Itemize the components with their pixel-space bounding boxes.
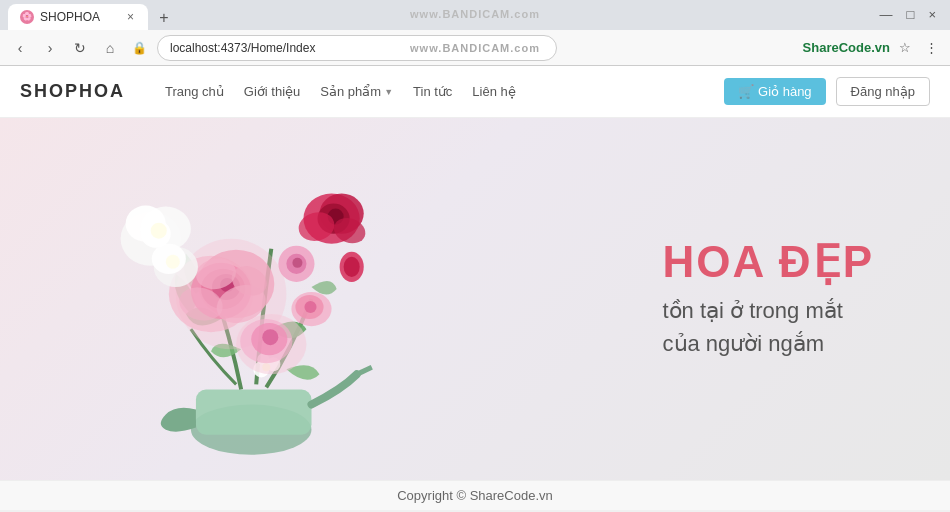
url-input[interactable] (157, 35, 557, 61)
active-tab[interactable]: 🌸 SHOPHOA × (8, 4, 148, 30)
tab-close-btn[interactable]: × (125, 10, 136, 24)
login-button[interactable]: Đăng nhập (836, 77, 930, 106)
nav-links: Trang chủ Giới thiệu Sản phẩm ▼ Tin tức … (165, 84, 724, 99)
svg-point-30 (292, 258, 302, 268)
lock-icon: 🔒 (128, 41, 151, 55)
close-btn[interactable]: × (922, 6, 942, 23)
hero-sub-text: tồn tại ở trong mắt của người ngắm (663, 294, 875, 360)
sharecode-label: ShareCode.vn (803, 40, 890, 55)
back-btn[interactable]: ‹ (8, 36, 32, 60)
svg-point-43 (262, 329, 278, 345)
svg-point-27 (166, 255, 180, 269)
svg-point-39 (344, 257, 360, 277)
tab-section: 🌸 SHOPHOA × + (8, 4, 176, 30)
watermark-top: www.BANDICAM.com (410, 8, 540, 20)
hero-text-block: HOA ĐẸP tồn tại ở trong mắt của người ng… (663, 238, 875, 360)
maximize-btn[interactable]: □ (901, 6, 921, 23)
svg-rect-1 (196, 389, 312, 434)
site-logo: SHOPHOA (20, 81, 125, 102)
tab-favicon: 🌸 (20, 10, 34, 24)
window-controls: — □ × (874, 6, 942, 23)
nav-news[interactable]: Tin tức (413, 84, 452, 99)
dropdown-arrow: ▼ (384, 87, 393, 97)
menu-icon[interactable]: ⋮ (920, 37, 942, 59)
star-icon[interactable]: ☆ (894, 37, 916, 59)
svg-line-2 (357, 367, 372, 374)
refresh-btn[interactable]: ↻ (68, 36, 92, 60)
site-nav: SHOPHOA Trang chủ Giới thiệu Sản phẩm ▼ … (0, 66, 950, 118)
nav-right: 🛒 Giỏ hàng Đăng nhập (724, 77, 930, 106)
svg-point-18 (151, 223, 167, 239)
new-tab-btn[interactable]: + (152, 6, 176, 30)
browser-actions: ShareCode.vn ☆ ⋮ (803, 37, 942, 59)
nav-products[interactable]: Sản phẩm ▼ (320, 84, 393, 99)
website-content: SHOPHOA Trang chủ Giới thiệu Sản phẩm ▼ … (0, 66, 950, 510)
nav-contact[interactable]: Liên hệ (472, 84, 515, 99)
browser-top-bar: 🌸 SHOPHOA × + www.BANDICAM.com — □ × (0, 0, 950, 30)
hero-main-text: HOA ĐẸP (663, 238, 875, 286)
forward-btn[interactable]: › (38, 36, 62, 60)
svg-point-33 (304, 301, 316, 313)
home-btn[interactable]: ⌂ (98, 36, 122, 60)
address-bar: ‹ › ↻ ⌂ 🔒 www.BANDICAM.com ShareCode.vn … (0, 30, 950, 66)
minimize-btn[interactable]: — (874, 6, 899, 23)
nav-home[interactable]: Trang chủ (165, 84, 224, 99)
cart-button[interactable]: 🛒 Giỏ hàng (724, 78, 825, 105)
nav-about[interactable]: Giới thiệu (244, 84, 300, 99)
footer-copyright: Copyright © ShareCode.vn (397, 488, 553, 503)
site-footer: Copyright © ShareCode.vn (0, 480, 950, 510)
tab-title: SHOPHOA (40, 10, 100, 24)
flower-illustration (0, 118, 523, 480)
hero-banner: HOA ĐẸP tồn tại ở trong mắt của người ng… (0, 118, 950, 480)
